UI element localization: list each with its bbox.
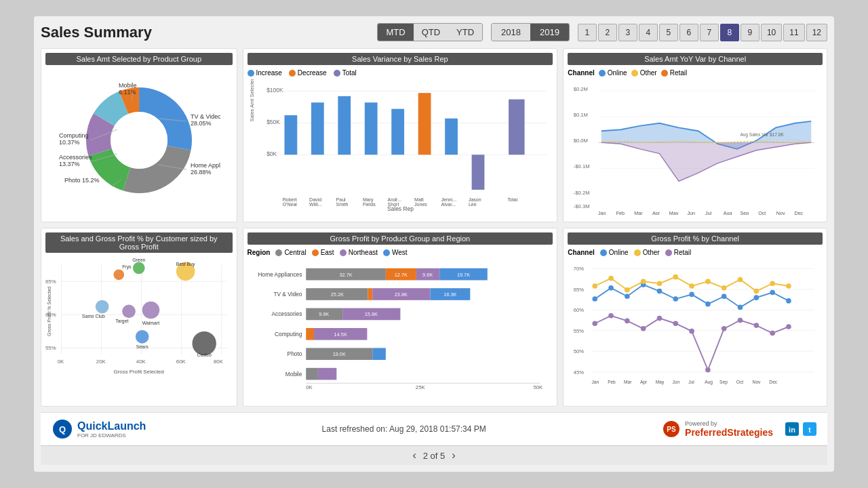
svg-text:25K: 25K [415, 384, 425, 390]
svg-point-181 [641, 279, 646, 285]
month-3-button[interactable]: 3 [618, 24, 637, 41]
svg-text:Green: Green [132, 258, 145, 262]
svg-text:Computing: Computing [275, 331, 302, 338]
svg-text:-$0.2M: -$0.2M [574, 190, 590, 196]
chart5-title: Gross Profit by Product Group and Region [248, 232, 553, 245]
svg-point-203 [786, 324, 791, 329]
svg-text:$100K: $100K [267, 87, 283, 94]
svg-text:60%: 60% [574, 307, 584, 313]
svg-text:15.8K: 15.8K [364, 311, 377, 317]
quicklaunch-logo: Q QuickLaunch FOR JD EDWARDS [52, 418, 146, 440]
svg-text:Best Buy: Best Buy [176, 262, 195, 267]
month-11-button[interactable]: 11 [783, 24, 804, 41]
svg-point-187 [738, 277, 743, 283]
svg-point-110 [142, 302, 160, 319]
svg-text:23.8K: 23.8K [394, 291, 407, 298]
month-5-button[interactable]: 5 [659, 24, 678, 41]
prev-page-button[interactable]: ‹ [412, 449, 416, 462]
svg-text:Feb: Feb [608, 380, 616, 384]
chart2-legend: Increase Decrease Total [248, 69, 553, 77]
svg-text:55%: 55% [574, 328, 584, 334]
month-2-button[interactable]: 2 [598, 24, 617, 41]
period-button-group: MTD QTD YTD [377, 23, 483, 41]
year-2019-button[interactable]: 2019 [530, 24, 569, 41]
svg-rect-31 [311, 102, 323, 155]
svg-text:in: in [789, 426, 795, 434]
svg-text:Smith: Smith [336, 202, 348, 207]
twitter-icon[interactable]: t [803, 422, 816, 436]
svg-text:0K: 0K [58, 359, 64, 365]
next-page-button[interactable]: › [452, 449, 455, 462]
svg-rect-37 [471, 155, 484, 190]
svg-text:Mar: Mar [635, 211, 644, 215]
svg-text:Home Appliances: Home Appliances [191, 162, 220, 169]
svg-point-183 [673, 274, 679, 280]
svg-point-193 [625, 319, 630, 324]
month-8-button[interactable]: 8 [720, 24, 739, 41]
svg-point-175 [754, 295, 760, 300]
svg-rect-35 [418, 93, 431, 155]
svg-text:Computing: Computing [59, 132, 89, 139]
svg-text:Total: Total [507, 197, 517, 202]
svg-point-166 [609, 285, 614, 291]
month-12-button[interactable]: 12 [806, 24, 827, 41]
svg-text:25.2K: 25.2K [330, 291, 343, 298]
svg-text:Jones: Jones [414, 202, 427, 207]
svg-point-180 [625, 287, 630, 293]
year-2018-button[interactable]: 2018 [492, 24, 530, 41]
linkedin-icon[interactable]: in [785, 422, 799, 436]
brand-text: PreferredStrategies [685, 427, 773, 438]
month-10-button[interactable]: 10 [761, 24, 782, 41]
page-title: Sales Summary [41, 24, 369, 41]
qtd-button[interactable]: QTD [414, 24, 448, 41]
month-6-button[interactable]: 6 [679, 24, 698, 41]
svg-text:May: May [669, 211, 679, 215]
ytd-button[interactable]: YTD [448, 24, 482, 41]
svg-point-185 [705, 279, 711, 285]
svg-text:-$0.1M: -$0.1M [574, 163, 590, 169]
svg-text:Fields: Fields [362, 202, 375, 207]
svg-text:Sales Rep: Sales Rep [387, 205, 413, 212]
svg-text:Jun: Jun [673, 380, 680, 384]
svg-point-182 [657, 281, 663, 286]
svg-text:Target: Target [115, 319, 128, 324]
mtd-button[interactable]: MTD [378, 24, 413, 41]
svg-text:Jan: Jan [598, 211, 606, 215]
svg-text:Oct: Oct [758, 211, 766, 215]
svg-text:Feb: Feb [616, 211, 625, 215]
svg-text:Frys: Frys [122, 264, 132, 270]
svg-text:Q: Q [59, 424, 66, 434]
svg-point-184 [690, 283, 695, 289]
svg-text:16.3K: 16.3K [443, 291, 456, 298]
powered-by-text: Powered by [685, 420, 773, 427]
svg-text:Avg Sales Var $17.8K: Avg Sales Var $17.8K [741, 132, 785, 138]
svg-text:Aug: Aug [724, 211, 732, 215]
svg-point-106 [96, 300, 109, 314]
month-9-button[interactable]: 9 [741, 24, 760, 41]
svg-rect-33 [364, 102, 377, 155]
month-1-button[interactable]: 1 [578, 24, 597, 41]
month-4-button[interactable]: 4 [639, 24, 658, 41]
svg-text:9.6K: 9.6K [422, 272, 433, 278]
svg-text:65%: 65% [45, 279, 56, 285]
svg-text:Jason: Jason [468, 197, 481, 202]
svg-text:Sep: Sep [741, 211, 749, 215]
svg-text:$0K: $0K [267, 150, 277, 157]
svg-point-188 [754, 289, 760, 294]
svg-text:Mobile: Mobile [285, 371, 302, 378]
svg-point-194 [641, 326, 646, 331]
svg-rect-34 [391, 109, 404, 155]
svg-text:Sams Club: Sams Club [82, 314, 105, 319]
chart6-legend: Channel Online Other Retail [568, 249, 823, 256]
svg-point-197 [690, 329, 695, 334]
svg-text:26.88%: 26.88% [191, 169, 212, 176]
svg-text:-$0.3M: -$0.3M [574, 203, 590, 209]
svg-text:Costco: Costco [197, 352, 212, 357]
svg-text:$0.2M: $0.2M [574, 86, 588, 92]
footer: Q QuickLaunch FOR JD EDWARDS Last refres… [41, 412, 827, 445]
svg-text:Sears: Sears [136, 344, 149, 349]
svg-point-202 [770, 331, 776, 336]
svg-text:$0.0M: $0.0M [574, 138, 588, 144]
month-7-button[interactable]: 7 [700, 24, 719, 41]
svg-rect-32 [338, 96, 351, 155]
